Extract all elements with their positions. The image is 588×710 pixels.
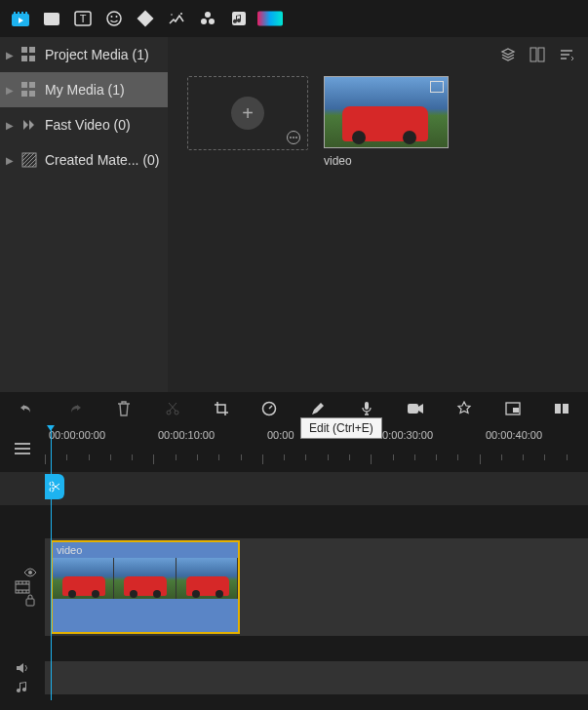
file-tab-icon[interactable]: [39, 6, 64, 31]
svg-point-10: [171, 14, 173, 16]
svg-point-5: [107, 12, 121, 25]
media-clip[interactable]: video: [324, 76, 449, 168]
svg-point-24: [175, 411, 178, 414]
media-panel: + video: [168, 37, 588, 392]
chevron-right-icon: ▶: [6, 155, 14, 166]
import-media-button[interactable]: +: [187, 76, 308, 150]
voiceover-button[interactable]: [358, 399, 375, 418]
film-icon: [430, 81, 444, 93]
svg-point-12: [201, 19, 207, 24]
svg-rect-27: [408, 404, 418, 414]
svg-rect-36: [26, 599, 34, 606]
time-label: 00:00:30:00: [376, 429, 433, 441]
svg-rect-18: [538, 48, 544, 61]
fast-forward-icon: [21, 117, 37, 133]
chevron-right-icon: ▶: [6, 50, 14, 60]
timeline-menu-button[interactable]: [15, 443, 30, 454]
sidebar-item-created-materials[interactable]: ▶ Created Mate... (0): [0, 142, 168, 178]
clip-label: video: [57, 544, 82, 556]
svg-point-11: [205, 12, 211, 18]
svg-rect-2: [44, 13, 52, 16]
color-tab-icon[interactable]: [257, 6, 283, 31]
svg-point-6: [111, 16, 113, 18]
redo-button[interactable]: [66, 399, 84, 418]
music-icon: [16, 680, 29, 693]
undo-button[interactable]: [18, 399, 35, 418]
svg-rect-15: [257, 12, 283, 26]
eye-icon[interactable]: [23, 568, 37, 577]
plus-icon: +: [231, 97, 264, 130]
time-label: 00:00:10:00: [158, 429, 215, 441]
svg-rect-8: [137, 11, 154, 27]
time-label: 00:00: [267, 429, 294, 441]
time-label: 00:00:00:00: [49, 429, 105, 441]
time-label: 00:00:40:00: [486, 429, 542, 441]
edit-button[interactable]: [309, 399, 327, 418]
lock-icon[interactable]: [24, 593, 36, 607]
top-toolbar: T: [0, 0, 588, 37]
sidebar-item-label: Project Media (1): [45, 47, 149, 62]
transition-tab-icon[interactable]: [164, 6, 189, 31]
hatch-icon: [21, 152, 37, 168]
svg-point-22: [295, 137, 297, 138]
scissors-icon[interactable]: [45, 474, 64, 499]
svg-point-13: [209, 19, 215, 24]
record-button[interactable]: [407, 399, 424, 418]
playhead-line[interactable]: [51, 425, 52, 700]
svg-point-35: [28, 571, 32, 574]
svg-rect-29: [513, 408, 519, 413]
layers-icon[interactable]: [500, 47, 516, 62]
timeline-ruler: 00:00:00:00 00:00:10:00 00:00 00:00:30:0…: [0, 425, 588, 472]
chevron-right-icon: ▶: [6, 85, 14, 96]
svg-point-23: [167, 411, 171, 414]
svg-point-21: [293, 137, 294, 138]
media-clip-label: video: [324, 154, 449, 168]
svg-rect-26: [365, 402, 369, 410]
svg-rect-17: [530, 48, 536, 61]
svg-point-9: [180, 13, 182, 15]
more-options-icon[interactable]: [286, 130, 301, 145]
grid-icon: [21, 82, 37, 98]
delete-button[interactable]: [115, 399, 133, 418]
chroma-button[interactable]: [455, 399, 473, 418]
svg-rect-30: [555, 404, 561, 414]
sidebar-item-project-media[interactable]: ▶ Project Media (1): [0, 37, 168, 72]
text-tab-icon[interactable]: T: [70, 6, 96, 31]
marker-track: [0, 472, 588, 505]
svg-rect-14: [232, 12, 246, 25]
split-screen-button[interactable]: [553, 399, 570, 418]
svg-rect-31: [563, 404, 568, 414]
video-clip[interactable]: video: [51, 540, 240, 634]
chevron-right-icon: ▶: [6, 120, 14, 131]
effect-tab-icon[interactable]: [133, 6, 158, 31]
sort-icon[interactable]: [559, 47, 574, 62]
svg-point-7: [116, 16, 118, 18]
sidebar-item-label: My Media (1): [45, 82, 125, 98]
audio-track: [0, 655, 588, 700]
sticker-tab-icon[interactable]: [101, 6, 127, 31]
cut-button[interactable]: [164, 399, 181, 418]
grid-view-icon[interactable]: [529, 47, 545, 62]
video-track: video: [0, 532, 588, 642]
grid-icon: [21, 47, 37, 62]
tooltip: Edit (Ctrl+E): [300, 417, 382, 439]
svg-text:T: T: [80, 13, 87, 24]
speaker-icon[interactable]: [16, 662, 29, 674]
sidebar-item-label: Created Mate... (0): [45, 152, 160, 168]
crop-button[interactable]: [213, 399, 230, 418]
media-thumbnail: [324, 76, 449, 148]
sidebar-item-fast-video[interactable]: ▶ Fast Video (0): [0, 107, 168, 142]
media-sidebar: ▶ Project Media (1) ▶ My Media (1) ▶ Fas…: [0, 37, 168, 392]
speed-button[interactable]: [261, 399, 279, 418]
svg-point-20: [290, 137, 292, 138]
music-tab-icon[interactable]: [226, 6, 252, 31]
timeline-toolbar: Edit (Ctrl+E): [0, 392, 588, 425]
sidebar-item-my-media[interactable]: ▶ My Media (1): [0, 72, 168, 107]
element-tab-icon[interactable]: [195, 6, 220, 31]
pip-button[interactable]: [504, 399, 522, 418]
media-tab-icon[interactable]: [8, 6, 33, 31]
sidebar-item-label: Fast Video (0): [45, 117, 131, 133]
